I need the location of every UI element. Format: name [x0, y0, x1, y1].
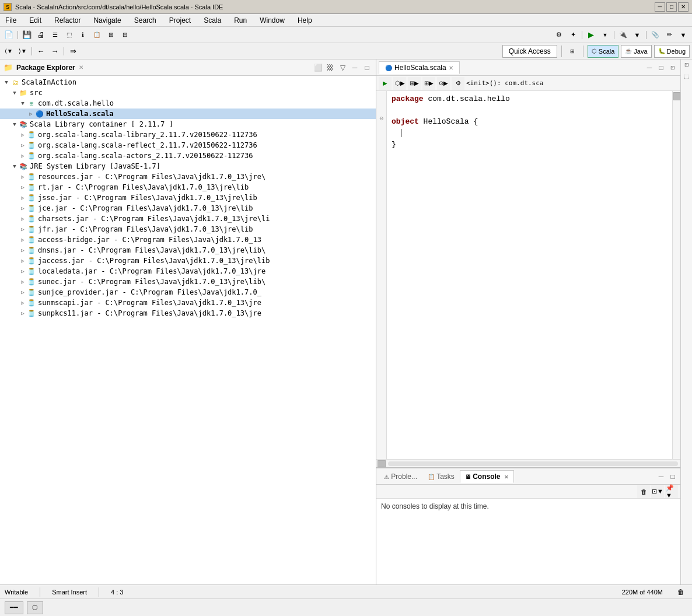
- toolbar-btn5[interactable]: ℹ: [76, 29, 89, 41]
- side-btn-1[interactable]: ⊡: [682, 62, 691, 71]
- java-perspective-button[interactable]: ☕ Java: [621, 45, 651, 58]
- taskbar-btn1[interactable]: ━━: [5, 601, 23, 614]
- editor-maximize-button[interactable]: □: [656, 62, 666, 73]
- ext-btn4[interactable]: ✏: [663, 29, 676, 41]
- open-perspective-button[interactable]: ⊞: [566, 45, 579, 58]
- tree-item-jce[interactable]: ▷ 🫙 jce.jar - C:\Program Files\Java\jdk1…: [0, 203, 376, 214]
- nav-back[interactable]: ←: [34, 45, 47, 58]
- console-clear-btn[interactable]: 🗑: [637, 485, 650, 498]
- console-maximize-btn[interactable]: □: [667, 471, 678, 482]
- console-tab[interactable]: 🖥 Console ✕: [460, 470, 514, 483]
- tree-item-charsets[interactable]: ▷ 🫙 charsets.jar - C:\Program Files\Java…: [0, 214, 376, 224]
- h-scrollbar-thumb[interactable]: [378, 460, 386, 467]
- tree-item-sunjce[interactable]: ▷ 🫙 sunjce_provider.jar - C:\Program Fil…: [0, 287, 376, 298]
- ext-btn1[interactable]: 🔌: [617, 29, 630, 41]
- scala-perspective-button[interactable]: ⬡ Scala: [588, 45, 619, 58]
- code-editor[interactable]: package com.dt.scala.hello object HelloS…: [387, 91, 672, 459]
- gc-button[interactable]: 🗑: [674, 586, 687, 598]
- tree-item-rt[interactable]: ▷ 🫙 rt.jar - C:\Program Files\Java\jdk1.…: [0, 182, 376, 192]
- tree-item-helloscala[interactable]: ▷ 🔵 HelloScala.scala: [0, 108, 376, 119]
- side-btn-2[interactable]: ⬚: [682, 74, 691, 83]
- menu-navigate[interactable]: Navigate: [92, 16, 123, 25]
- circle-btn[interactable]: ⊙▶: [437, 77, 450, 90]
- editor-tab-helloscala[interactable]: 🔵 HelloScala.scala ✕: [379, 61, 460, 74]
- maximize-view-button[interactable]: □: [362, 62, 372, 73]
- console-tab-x[interactable]: ✕: [504, 474, 509, 480]
- toolbar-btn8[interactable]: ⊟: [118, 29, 131, 41]
- tasks-tab[interactable]: 📋 Tasks: [422, 470, 460, 482]
- toolbar-right1[interactable]: ⚙: [553, 29, 565, 41]
- tree-item-localedata[interactable]: ▷ 🫙 localedata.jar - C:\Program Files\Ja…: [0, 266, 376, 276]
- nav-up[interactable]: ⇒: [67, 45, 79, 58]
- tree-item-sunmscapi[interactable]: ▷ 🫙 sunmscapi.jar - C:\Program Files\Jav…: [0, 298, 376, 308]
- package-explorer-tree[interactable]: ▼ 🗂 ScalaInAction ▼ 📁 src ▼ ⊞ com.dt.sca…: [0, 76, 376, 584]
- debug-perspective-button[interactable]: 🐛 Debug: [654, 45, 690, 58]
- view-menu-button[interactable]: ▽: [337, 62, 348, 73]
- tree-item-jar1[interactable]: ▷ 🫙 org.scala-lang.scala-library_2.11.7.…: [0, 130, 376, 140]
- maximize-button[interactable]: □: [666, 2, 677, 12]
- menu-window[interactable]: Window: [258, 16, 286, 25]
- tree-item-package[interactable]: ▼ ⊞ com.dt.scala.hello: [0, 98, 376, 108]
- code-area[interactable]: ⊖ package com.dt.scala.hello object Hell…: [376, 91, 680, 459]
- link-button[interactable]: ⛓: [325, 62, 335, 73]
- tree-item-jar3[interactable]: ▷ 🫙 org.scala-lang.scala-actors_2.11.7.v…: [0, 150, 376, 161]
- tree-item-jaccess[interactable]: ▷ 🫙 jaccess.jar - C:\Program Files\Java\…: [0, 256, 376, 266]
- editor-tab-close[interactable]: ✕: [449, 65, 453, 71]
- toolbar-btn6[interactable]: 📋: [90, 29, 103, 41]
- tree-item-jsse[interactable]: ▷ 🫙 jsse.jar - C:\Program Files\Java\jdk…: [0, 192, 376, 203]
- tree-item-dnsns[interactable]: ▷ 🫙 dnsns.jar - C:\Program Files\Java\jd…: [0, 245, 376, 256]
- tree-item-scalainaction[interactable]: ▼ 🗂 ScalaInAction: [0, 77, 376, 88]
- minimize-view-button[interactable]: ⬜: [313, 62, 323, 73]
- scala-breadcrumb-icon[interactable]: ⬡▶: [393, 77, 406, 90]
- editor-scrollbar-h[interactable]: [376, 459, 680, 467]
- tree-item-sunec[interactable]: ▷ 🫙 sunec.jar - C:\Program Files\Java\jd…: [0, 276, 376, 287]
- tree-item-jar2[interactable]: ▷ 🫙 org.scala-lang.scala-reflect_2.11.7.…: [0, 140, 376, 150]
- code-line-4[interactable]: [392, 128, 667, 139]
- nav-fwd[interactable]: →: [48, 45, 61, 58]
- console-view-btn[interactable]: ⊡▼: [651, 485, 664, 498]
- close-button[interactable]: ✕: [678, 2, 688, 12]
- new-button[interactable]: 📄: [2, 29, 15, 41]
- toolbar-btn7[interactable]: ⊞: [104, 29, 117, 41]
- gear-btn[interactable]: ⚙: [452, 77, 464, 90]
- tree-item-scala-lib[interactable]: ▼ 📚 Scala Library container [ 2.11.7 ]: [0, 119, 376, 130]
- run-button[interactable]: ▶: [585, 29, 597, 41]
- src-breadcrumb[interactable]: ⊞▶: [408, 77, 421, 90]
- save-button[interactable]: 💾: [20, 29, 33, 41]
- window-controls[interactable]: ─ □ ✕: [655, 2, 688, 12]
- fwd-history[interactable]: ⟩▼: [16, 45, 29, 58]
- taskbar-btn2[interactable]: ⬡: [27, 601, 43, 614]
- toolbar-btn4[interactable]: ⬚: [62, 29, 75, 41]
- editor-side-button[interactable]: ⊡: [667, 62, 678, 73]
- menu-edit[interactable]: Edit: [27, 16, 43, 25]
- run-toolbar-btn[interactable]: ▶: [379, 77, 392, 90]
- tree-item-src[interactable]: ▼ 📁 src: [0, 88, 376, 98]
- menu-search[interactable]: Search: [132, 16, 158, 25]
- toolbar-btn3[interactable]: ☰: [48, 29, 61, 41]
- tree-item-access-bridge[interactable]: ▷ 🫙 access-bridge.jar - C:\Program Files…: [0, 235, 376, 245]
- minimize-button[interactable]: ─: [655, 2, 665, 12]
- menu-help[interactable]: Help: [296, 16, 314, 25]
- tree-item-jfr[interactable]: ▷ 🫙 jfr.jar - C:\Program Files\Java\jdk1…: [0, 224, 376, 235]
- scrollbar-thumb[interactable]: [673, 92, 680, 100]
- console-pin-btn[interactable]: 📌▼: [665, 485, 678, 498]
- ext-btn3[interactable]: 📎: [649, 29, 662, 41]
- menu-file[interactable]: File: [4, 16, 18, 25]
- console-minimize-btn[interactable]: ─: [656, 471, 666, 482]
- tree-item-sunpkcs11[interactable]: ▷ 🫙 sunpkcs11.jar - C:\Program Files\Jav…: [0, 308, 376, 318]
- menu-scala[interactable]: Scala: [202, 16, 223, 25]
- tree-item-jre-lib[interactable]: ▼ 📚 JRE System Library [JavaSE-1.7]: [0, 161, 376, 172]
- ext-btn5[interactable]: ▼: [677, 29, 690, 41]
- print-button[interactable]: 🖨: [34, 29, 47, 41]
- back-history[interactable]: ⟨▼: [2, 45, 15, 58]
- ext-btn2[interactable]: ▼: [631, 29, 644, 41]
- menu-project[interactable]: Project: [167, 16, 193, 25]
- editor-minimize-button[interactable]: ─: [644, 62, 655, 73]
- run-dropdown[interactable]: ▼: [599, 29, 611, 41]
- problems-tab[interactable]: ⚠ Proble...: [379, 470, 422, 482]
- toolbar-right2[interactable]: ✦: [567, 29, 579, 41]
- tree-item-resources[interactable]: ▷ 🫙 resources.jar - C:\Program Files\Jav…: [0, 172, 376, 182]
- menu-refactor[interactable]: Refactor: [53, 16, 82, 25]
- quick-access-button[interactable]: Quick Access: [502, 45, 557, 58]
- collapse-button[interactable]: ─: [350, 62, 360, 73]
